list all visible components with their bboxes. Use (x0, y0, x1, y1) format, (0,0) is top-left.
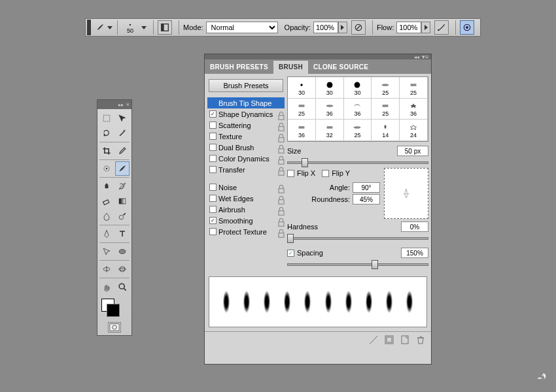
flow-flyout[interactable] (421, 22, 430, 33)
tab-brush[interactable]: BRUSH (273, 61, 308, 74)
toolbox-header[interactable]: ▸▸ × (97, 100, 131, 109)
option-scattering[interactable]: Scattering (207, 120, 285, 131)
option-texture[interactable]: Texture (207, 131, 285, 142)
lock-icon[interactable] (276, 167, 283, 173)
lock-icon[interactable] (276, 122, 283, 129)
tool-eraser[interactable] (99, 194, 114, 208)
option-brush-tip-shape[interactable]: Brush Tip Shape (207, 97, 285, 108)
hardness-slider[interactable] (287, 237, 428, 240)
tool-history-brush[interactable] (115, 179, 130, 193)
tip-swatch[interactable]: 25 (400, 77, 428, 99)
tool-zoom[interactable] (115, 280, 130, 294)
tool-hand[interactable] (99, 280, 114, 294)
tablet-opacity-toggle[interactable] (351, 20, 366, 35)
lock-icon[interactable] (276, 184, 283, 191)
spacing-input[interactable] (401, 248, 428, 258)
hardness-input[interactable] (401, 221, 428, 232)
tab-brush-presets[interactable]: BRUSH PRESETS (205, 61, 273, 74)
tool-3d-orbit[interactable] (115, 262, 130, 276)
lock-icon[interactable] (276, 133, 283, 140)
tool-brush[interactable] (115, 161, 130, 176)
angle-preview[interactable] (384, 168, 428, 219)
checkbox[interactable] (209, 184, 217, 191)
tool-lasso[interactable] (99, 126, 114, 140)
tool-shape[interactable] (115, 244, 130, 259)
tip-swatch[interactable]: 25 (288, 99, 316, 120)
tip-swatch[interactable]: 36 (344, 99, 372, 120)
brush-panel-toggle[interactable] (158, 20, 172, 35)
size-input[interactable] (397, 146, 428, 156)
tool-preset-picker[interactable] (95, 21, 113, 34)
new-brush-icon[interactable] (384, 335, 394, 344)
lock-icon[interactable] (276, 229, 283, 235)
checkbox[interactable] (209, 155, 217, 162)
tool-blur[interactable] (99, 209, 114, 223)
tool-path-select[interactable] (99, 244, 114, 259)
checkbox[interactable] (209, 122, 217, 129)
background-color[interactable] (107, 304, 120, 317)
checkbox[interactable] (209, 144, 217, 151)
checkbox[interactable]: ✓ (209, 217, 217, 224)
tip-swatch[interactable]: 30 (344, 77, 372, 99)
tip-swatch[interactable]: 24 (400, 120, 428, 141)
spacing-slider[interactable] (287, 263, 428, 266)
tip-swatch[interactable]: 36 (400, 99, 428, 120)
option-dual-brush[interactable]: Dual Brush (207, 142, 285, 153)
tool-marquee[interactable] (99, 111, 114, 125)
flipy-checkbox[interactable] (322, 170, 329, 177)
checkbox[interactable] (209, 133, 217, 140)
tool-3d-rotate[interactable] (99, 262, 114, 276)
tool-type[interactable] (115, 227, 130, 241)
tool-crop[interactable] (99, 144, 114, 158)
brush-presets-button[interactable]: Brush Presets (209, 79, 283, 92)
tip-swatch[interactable]: 32 (316, 120, 344, 141)
option-noise[interactable]: Noise (207, 182, 285, 193)
checkbox[interactable] (209, 206, 217, 213)
toggle-lock-icon[interactable] (368, 335, 379, 344)
checkbox[interactable]: ✓ (209, 110, 217, 118)
lock-icon[interactable] (276, 206, 283, 213)
option-airbrush[interactable]: Airbrush (207, 204, 285, 215)
flipx-checkbox[interactable] (287, 170, 294, 177)
angle-input[interactable] (353, 182, 380, 193)
new-doc-icon[interactable] (400, 335, 410, 344)
close-icon[interactable]: × (126, 101, 130, 108)
tool-clone-stamp[interactable] (99, 179, 114, 193)
tip-swatch[interactable]: 25 (372, 99, 400, 120)
flow-input[interactable] (396, 22, 421, 33)
lock-icon[interactable] (276, 195, 283, 202)
tip-swatch-grid[interactable]: 303030252525363625363632251424 (287, 76, 428, 142)
tool-magic-wand[interactable] (115, 126, 130, 140)
color-swatches[interactable] (97, 296, 131, 319)
lock-icon[interactable] (276, 111, 283, 118)
lock-icon[interactable] (276, 144, 283, 151)
gripper[interactable] (87, 20, 91, 35)
option-wet-edges[interactable]: Wet Edges (207, 193, 285, 204)
trash-icon[interactable] (415, 335, 426, 344)
tip-swatch[interactable]: 14 (372, 120, 400, 141)
option-shape-dynamics[interactable]: ✓Shape Dynamics (207, 108, 285, 120)
tip-swatch[interactable]: 36 (316, 99, 344, 120)
tip-swatch[interactable]: 36 (288, 120, 316, 141)
tip-swatch[interactable]: 30 (288, 77, 316, 99)
tool-dodge[interactable] (115, 209, 130, 223)
lock-icon[interactable] (276, 218, 283, 224)
tool-eyedropper[interactable] (115, 144, 130, 158)
tool-spot-heal[interactable] (99, 161, 114, 176)
opacity-flyout[interactable] (338, 22, 347, 33)
checkbox[interactable] (209, 166, 217, 173)
airbrush-toggle[interactable] (434, 20, 449, 35)
tip-swatch[interactable]: 25 (344, 120, 372, 141)
option-smoothing[interactable]: ✓Smoothing (207, 215, 285, 226)
option-color-dynamics[interactable]: Color Dynamics (207, 153, 285, 164)
checkbox[interactable] (209, 195, 217, 202)
panel-header[interactable]: ◂◂ ▾≡ (205, 54, 431, 59)
lock-icon[interactable] (276, 155, 283, 162)
tip-swatch[interactable]: 30 (316, 77, 344, 99)
blend-mode-select[interactable]: Normal (206, 22, 278, 33)
quick-mask-toggle[interactable] (108, 322, 121, 333)
tab-clone-source[interactable]: CLONE SOURCE (308, 61, 374, 74)
spacing-checkbox[interactable]: ✓ (287, 250, 294, 257)
brush-size-preset[interactable]: • 50 (122, 20, 139, 35)
roundness-input[interactable] (353, 194, 380, 204)
